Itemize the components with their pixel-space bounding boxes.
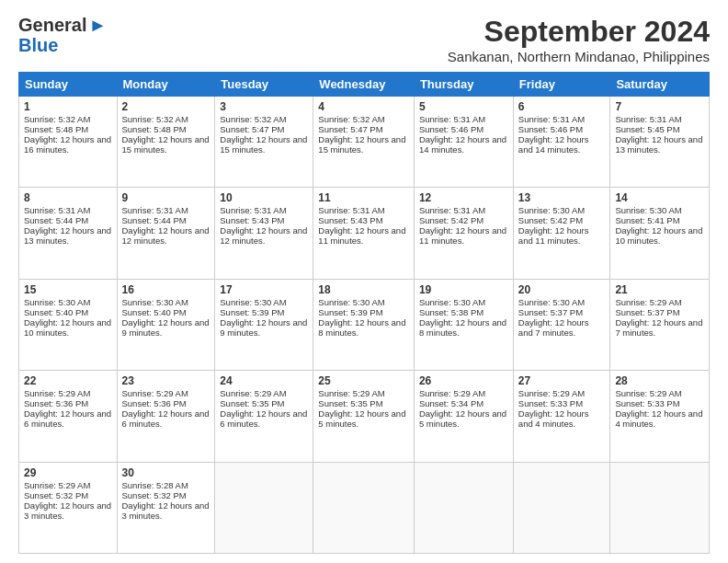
calendar-cell: 3 Sunrise: 5:32 AM Sunset: 5:47 PM Dayli… xyxy=(215,97,313,188)
calendar-cell xyxy=(610,462,710,553)
calendar-cell xyxy=(414,462,513,553)
daylight-text: Daylight: 12 hours and 14 minutes. xyxy=(419,134,506,155)
calendar-cell: 29 Sunrise: 5:29 AM Sunset: 5:32 PM Dayl… xyxy=(19,462,118,553)
day-number: 26 xyxy=(419,374,508,387)
daylight-text: Daylight: 12 hours and 5 minutes. xyxy=(318,408,405,429)
calendar-cell: 15 Sunrise: 5:30 AM Sunset: 5:40 PM Dayl… xyxy=(19,279,118,370)
calendar-cell: 8 Sunrise: 5:31 AM Sunset: 5:44 PM Dayli… xyxy=(19,188,118,279)
daylight-text: Daylight: 12 hours and 4 minutes. xyxy=(615,408,702,429)
sunset-text: Sunset: 5:45 PM xyxy=(615,124,679,134)
calendar-cell xyxy=(215,462,313,553)
day-number: 18 xyxy=(318,283,409,296)
sunset-text: Sunset: 5:39 PM xyxy=(220,307,284,317)
daylight-text: Daylight: 12 hours and 7 minutes. xyxy=(518,317,589,338)
day-number: 30 xyxy=(122,466,210,479)
day-number: 17 xyxy=(220,283,308,296)
sunrise-text: Sunrise: 5:30 AM xyxy=(318,297,384,307)
daylight-text: Daylight: 12 hours and 6 minutes. xyxy=(122,408,210,429)
sunrise-text: Sunrise: 5:29 AM xyxy=(220,388,286,398)
calendar-cell: 9 Sunrise: 5:31 AM Sunset: 5:44 PM Dayli… xyxy=(117,188,215,279)
daylight-text: Daylight: 12 hours and 9 minutes. xyxy=(122,317,210,338)
calendar-cell: 27 Sunrise: 5:29 AM Sunset: 5:33 PM Dayl… xyxy=(513,371,610,462)
col-monday: Monday xyxy=(117,73,215,97)
col-wednesday: Wednesday xyxy=(313,73,415,97)
calendar-cell: 25 Sunrise: 5:29 AM Sunset: 5:35 PM Dayl… xyxy=(313,371,415,462)
sunrise-text: Sunrise: 5:29 AM xyxy=(24,388,90,398)
sunrise-text: Sunrise: 5:31 AM xyxy=(419,205,485,215)
daylight-text: Daylight: 12 hours and 10 minutes. xyxy=(24,317,111,338)
sunset-text: Sunset: 5:48 PM xyxy=(24,124,88,134)
calendar-cell: 6 Sunrise: 5:31 AM Sunset: 5:46 PM Dayli… xyxy=(513,97,610,188)
sunrise-text: Sunrise: 5:29 AM xyxy=(419,388,485,398)
sunset-text: Sunset: 5:40 PM xyxy=(122,307,187,317)
calendar-cell: 24 Sunrise: 5:29 AM Sunset: 5:35 PM Dayl… xyxy=(215,371,313,462)
calendar-cell: 14 Sunrise: 5:30 AM Sunset: 5:41 PM Dayl… xyxy=(610,188,710,279)
day-number: 16 xyxy=(122,283,210,296)
calendar-cell: 5 Sunrise: 5:31 AM Sunset: 5:46 PM Dayli… xyxy=(414,97,513,188)
sunrise-text: Sunrise: 5:31 AM xyxy=(615,114,681,124)
daylight-text: Daylight: 12 hours and 12 minutes. xyxy=(122,225,210,246)
daylight-text: Daylight: 12 hours and 15 minutes. xyxy=(122,134,210,155)
calendar-week-row: 1 Sunrise: 5:32 AM Sunset: 5:48 PM Dayli… xyxy=(19,97,710,188)
calendar-cell: 28 Sunrise: 5:29 AM Sunset: 5:33 PM Dayl… xyxy=(610,371,710,462)
calendar-cell: 23 Sunrise: 5:29 AM Sunset: 5:36 PM Dayl… xyxy=(117,371,215,462)
calendar-cell: 1 Sunrise: 5:32 AM Sunset: 5:48 PM Dayli… xyxy=(19,97,118,188)
day-number: 5 xyxy=(419,100,508,113)
calendar-cell: 17 Sunrise: 5:30 AM Sunset: 5:39 PM Dayl… xyxy=(215,279,313,370)
sunrise-text: Sunrise: 5:31 AM xyxy=(220,205,286,215)
sunrise-text: Sunrise: 5:29 AM xyxy=(318,388,384,398)
daylight-text: Daylight: 12 hours and 11 minutes. xyxy=(318,225,405,246)
col-tuesday: Tuesday xyxy=(215,73,313,97)
day-number: 8 xyxy=(24,191,112,204)
day-number: 6 xyxy=(518,100,606,113)
day-number: 9 xyxy=(122,191,210,204)
sunset-text: Sunset: 5:35 PM xyxy=(318,398,382,408)
daylight-text: Daylight: 12 hours and 16 minutes. xyxy=(24,134,111,155)
col-saturday: Saturday xyxy=(610,73,710,97)
title-area: September 2024 Sankanan, Northern Mindan… xyxy=(448,15,710,64)
sunset-text: Sunset: 5:33 PM xyxy=(615,398,679,408)
sunset-text: Sunset: 5:42 PM xyxy=(419,215,483,225)
calendar-cell: 2 Sunrise: 5:32 AM Sunset: 5:48 PM Dayli… xyxy=(117,97,215,188)
sunset-text: Sunset: 5:32 PM xyxy=(24,490,88,500)
daylight-text: Daylight: 12 hours and 9 minutes. xyxy=(220,317,307,338)
daylight-text: Daylight: 12 hours and 14 minutes. xyxy=(518,134,589,155)
logo: General ► Blue xyxy=(18,15,107,54)
day-number: 10 xyxy=(220,191,308,204)
calendar-week-row: 15 Sunrise: 5:30 AM Sunset: 5:40 PM Dayl… xyxy=(19,279,710,370)
sunset-text: Sunset: 5:37 PM xyxy=(615,307,679,317)
daylight-text: Daylight: 12 hours and 6 minutes. xyxy=(24,408,111,429)
daylight-text: Daylight: 12 hours and 15 minutes. xyxy=(220,134,307,155)
sunrise-text: Sunrise: 5:30 AM xyxy=(615,205,681,215)
sunset-text: Sunset: 5:36 PM xyxy=(122,398,187,408)
sunset-text: Sunset: 5:41 PM xyxy=(615,215,679,225)
calendar-cell: 4 Sunrise: 5:32 AM Sunset: 5:47 PM Dayli… xyxy=(313,97,415,188)
day-number: 21 xyxy=(615,283,704,296)
daylight-text: Daylight: 12 hours and 10 minutes. xyxy=(615,225,702,246)
sunrise-text: Sunrise: 5:31 AM xyxy=(318,205,384,215)
day-number: 25 xyxy=(318,374,409,387)
day-number: 1 xyxy=(24,100,112,113)
day-number: 7 xyxy=(615,100,704,113)
day-number: 11 xyxy=(318,191,409,204)
day-number: 13 xyxy=(518,191,606,204)
daylight-text: Daylight: 12 hours and 8 minutes. xyxy=(318,317,405,338)
calendar-cell: 11 Sunrise: 5:31 AM Sunset: 5:43 PM Dayl… xyxy=(313,188,415,279)
calendar-cell: 7 Sunrise: 5:31 AM Sunset: 5:45 PM Dayli… xyxy=(610,97,710,188)
sunset-text: Sunset: 5:46 PM xyxy=(518,124,583,134)
sunset-text: Sunset: 5:48 PM xyxy=(122,124,187,134)
page-header: General ► Blue September 2024 Sankanan, … xyxy=(18,15,710,64)
day-number: 2 xyxy=(122,100,210,113)
sunrise-text: Sunrise: 5:31 AM xyxy=(122,205,188,215)
sunrise-text: Sunrise: 5:30 AM xyxy=(518,205,585,215)
daylight-text: Daylight: 12 hours and 12 minutes. xyxy=(220,225,307,246)
col-thursday: Thursday xyxy=(414,73,513,97)
col-friday: Friday xyxy=(513,73,610,97)
day-number: 19 xyxy=(419,283,508,296)
sunset-text: Sunset: 5:43 PM xyxy=(318,215,382,225)
sunrise-text: Sunrise: 5:32 AM xyxy=(220,114,286,124)
day-number: 3 xyxy=(220,100,308,113)
daylight-text: Daylight: 12 hours and 5 minutes. xyxy=(419,408,506,429)
sunrise-text: Sunrise: 5:31 AM xyxy=(518,114,585,124)
sunset-text: Sunset: 5:46 PM xyxy=(419,124,483,134)
